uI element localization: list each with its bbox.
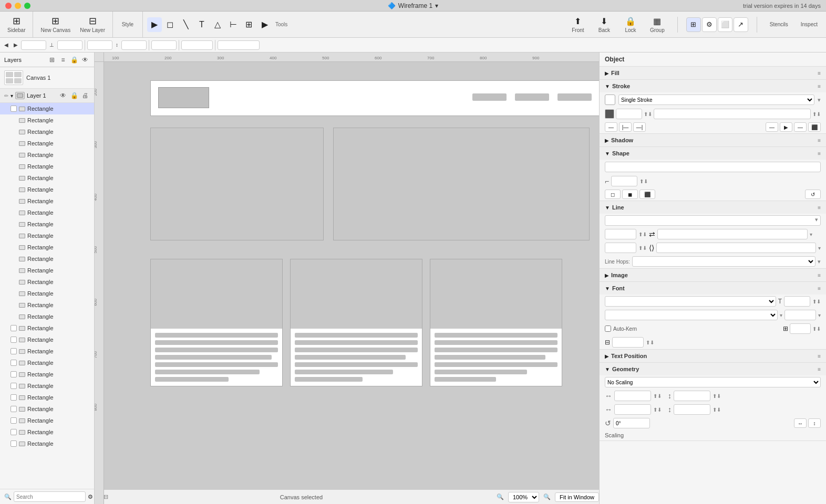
- rotation-input[interactable]: [151, 40, 177, 50]
- font-style-select[interactable]: [605, 310, 778, 320]
- layer-item-checkbox[interactable]: [11, 394, 17, 401]
- window-controls[interactable]: [5, 3, 30, 9]
- corner-btn-3[interactable]: ⬛: [639, 190, 655, 199]
- layer-item[interactable]: Rectangle: [0, 195, 94, 207]
- fill-options-icon[interactable]: ≡: [818, 70, 821, 76]
- stencils-button[interactable]: Stencils: [766, 14, 792, 35]
- text-position-header[interactable]: ▶ Text Position ≡: [600, 350, 826, 362]
- layer-item[interactable]: Rectangle: [0, 426, 94, 438]
- ellipse-tool[interactable]: △: [210, 17, 225, 32]
- search-input[interactable]: [14, 491, 86, 502]
- table-tool[interactable]: ⊞: [242, 17, 256, 32]
- layer-item[interactable]: Rectangle: [0, 288, 94, 299]
- font-size-stepper[interactable]: ⬆⬇: [812, 299, 821, 304]
- layer-item[interactable]: Rectangle: [0, 207, 94, 218]
- layer-item-checkbox[interactable]: [11, 371, 17, 377]
- crop-tool[interactable]: ⊢: [226, 17, 241, 32]
- layer-item[interactable]: Rectangle: [0, 161, 94, 172]
- inspect-button[interactable]: Inspect: [797, 14, 822, 35]
- layer-lock-action-icon[interactable]: 🔒: [69, 91, 79, 100]
- radius-input[interactable]: [611, 176, 637, 186]
- stroke-cap-2[interactable]: |—: [619, 122, 632, 132]
- layer-print-icon[interactable]: 🖨: [80, 91, 90, 100]
- height-input[interactable]: [121, 40, 147, 50]
- layer-item[interactable]: Rectangle: [0, 438, 94, 449]
- geo-width-stepper[interactable]: ⬆⬇: [653, 393, 662, 399]
- front-button[interactable]: ⬆ Front: [567, 14, 589, 35]
- canvas-item[interactable]: Canvas 1: [0, 67, 94, 89]
- back-button[interactable]: ⬇ Back: [593, 14, 615, 35]
- canvas-content[interactable]: [104, 62, 599, 504]
- line-tool[interactable]: ╲: [179, 17, 193, 32]
- layer-item[interactable]: Rectangle: [0, 114, 94, 126]
- lock-button[interactable]: 🔒 Lock: [620, 14, 642, 35]
- maximize-button[interactable]: [24, 3, 30, 9]
- layer-item-checkbox[interactable]: [11, 360, 17, 366]
- layer-item-checkbox[interactable]: [11, 348, 17, 354]
- line-dropdown-icon[interactable]: ▾: [815, 216, 818, 223]
- fill-section-header[interactable]: ▶ Fill ≡: [600, 67, 826, 79]
- line-hop-input-2[interactable]: [656, 243, 816, 253]
- position-y-input[interactable]: [57, 40, 82, 50]
- layer-item[interactable]: Rectangle: [0, 172, 94, 184]
- stroke-dash-input[interactable]: [654, 109, 811, 119]
- layer-item[interactable]: Rectangle: [0, 126, 94, 138]
- add-layer-icon[interactable]: ⊞: [47, 55, 57, 65]
- layer-item[interactable]: Rectangle: [0, 311, 94, 322]
- line-hops-dropdown-icon[interactable]: ▾: [818, 258, 821, 265]
- geo-y-input[interactable]: [674, 404, 710, 415]
- kern-value-input[interactable]: 0: [790, 323, 811, 334]
- line-style-input-1[interactable]: [605, 229, 636, 239]
- layer-item[interactable]: Rectangle: [0, 369, 94, 380]
- stroke-end-4[interactable]: ⬛: [808, 122, 821, 132]
- zoom-in-button[interactable]: 🔍: [541, 492, 553, 501]
- stroke-options-icon[interactable]: ≡: [818, 83, 821, 89]
- wireframe-header[interactable]: [150, 80, 599, 116]
- layer-item-checkbox[interactable]: [11, 383, 17, 389]
- font-extra-stepper[interactable]: ⬆⬇: [646, 340, 654, 345]
- more-tools[interactable]: ▶: [257, 17, 272, 32]
- layer-item[interactable]: Rectangle: [0, 380, 94, 392]
- radius-stepper[interactable]: ⬆⬇: [639, 178, 648, 184]
- layer-item-checkbox[interactable]: [11, 440, 17, 447]
- stroke-color-swatch[interactable]: [605, 109, 614, 119]
- corner-right-btn[interactable]: ↺: [805, 190, 821, 199]
- layer-item-checkbox[interactable]: [11, 325, 17, 331]
- line-style-stepper-1[interactable]: ⬆⬇: [638, 232, 647, 237]
- geo-height-stepper[interactable]: ⬆⬇: [713, 393, 721, 399]
- layer-item[interactable]: Rectangle: [0, 218, 94, 230]
- position-x-input[interactable]: [21, 40, 46, 50]
- stroke-end-2[interactable]: ▶: [780, 122, 792, 132]
- layer-item[interactable]: Rectangle: [0, 415, 94, 426]
- layer-item[interactable]: Rectangle: [0, 322, 94, 334]
- text-tool[interactable]: T: [194, 17, 209, 32]
- canvas-tab-icon[interactable]: ⬜: [718, 17, 732, 32]
- layer-item[interactable]: Rectangle: [0, 103, 94, 114]
- stroke-type-select[interactable]: Single Stroke: [618, 94, 814, 105]
- layer-item[interactable]: Rectangle: [0, 230, 94, 242]
- shape-section-header[interactable]: ▼ Shape ≡: [600, 147, 826, 160]
- geo-flip-v-button[interactable]: ↕: [808, 418, 821, 428]
- layer-item[interactable]: Rectangle: [0, 403, 94, 415]
- wireframe-card-2[interactable]: [290, 259, 422, 386]
- kern-stepper[interactable]: ⬆⬇: [812, 326, 821, 332]
- layer-item-checkbox[interactable]: [11, 417, 17, 424]
- corner-btn-2[interactable]: ◼: [622, 190, 638, 199]
- layer-item[interactable]: Rectangle: [0, 184, 94, 195]
- stroke-cap-3[interactable]: —|: [633, 122, 646, 132]
- stroke-end-1[interactable]: —: [766, 122, 778, 132]
- dropdown-icon[interactable]: ▾: [435, 2, 438, 9]
- layer-item[interactable]: Rectangle: [0, 253, 94, 265]
- layer-lock-icon[interactable]: 🔒: [69, 55, 79, 65]
- layer-item-checkbox[interactable]: [11, 406, 17, 412]
- font-section-header[interactable]: ▼ Font ≡: [600, 282, 826, 295]
- shape-tool[interactable]: ◻: [163, 17, 178, 32]
- width-input[interactable]: [87, 40, 112, 50]
- layer-item-checkbox[interactable]: [11, 429, 17, 435]
- stroke-color-preview[interactable]: [605, 94, 615, 105]
- settings-tab-icon[interactable]: ⚙: [702, 17, 717, 32]
- layer-item[interactable]: Rectangle: [0, 138, 94, 149]
- corner-btn-4[interactable]: ↺: [805, 190, 821, 199]
- geo-y-stepper[interactable]: ⬆⬇: [713, 407, 721, 413]
- fit-window-button[interactable]: Fit in Window: [555, 492, 599, 502]
